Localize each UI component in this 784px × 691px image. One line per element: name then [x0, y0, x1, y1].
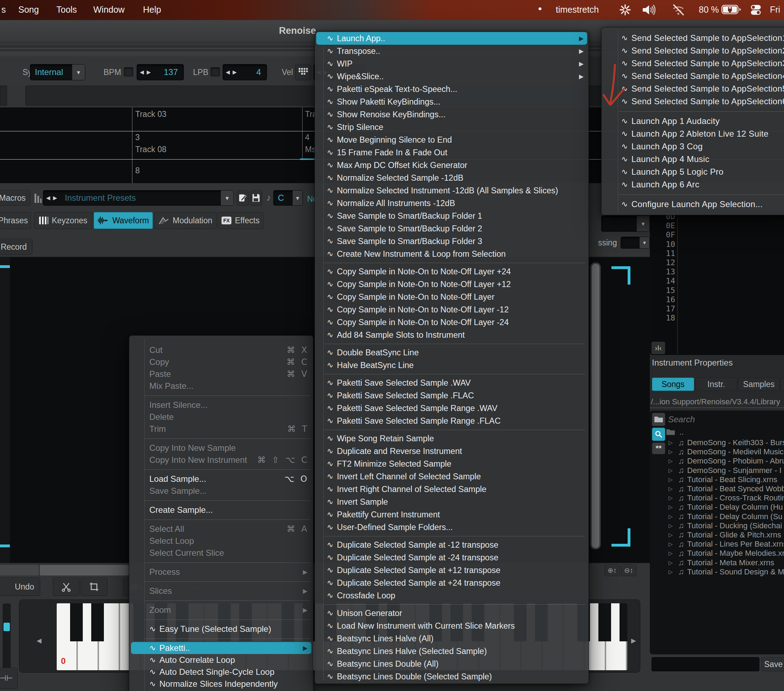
menu-item[interactable]: Mix Paste...	[129, 380, 313, 392]
sync-mode-dropdown[interactable]: Internal ▼	[30, 64, 85, 80]
sample-slot-row[interactable]: 18	[650, 313, 675, 322]
tab-instr[interactable]: Instr.	[695, 378, 737, 391]
expand-arrow-icon[interactable]: ▷	[666, 449, 675, 455]
parent-dir-row[interactable]: ..	[666, 428, 684, 437]
menu-item-window[interactable]: Window	[93, 5, 125, 15]
menu-item[interactable]: ∿ WIP ▶	[315, 58, 588, 70]
menu-item[interactable]: Process ▶	[129, 566, 313, 578]
script-menu-label[interactable]: timestretch	[556, 5, 599, 15]
menu-item[interactable]: Select All ⌘ A	[129, 523, 313, 535]
menu-item[interactable]: ∿ Launch App 4 Music	[601, 153, 784, 166]
menu-item[interactable]: ∿ Wipe&Slice.. ▶	[315, 70, 588, 83]
menu-item[interactable]: Insert Silence...	[129, 399, 313, 411]
menu-item[interactable]: Copy Into New Sample	[129, 442, 313, 454]
menu-item-help[interactable]: Help	[143, 5, 161, 15]
tab-phrases[interactable]: Phrases	[0, 212, 31, 229]
menu-item[interactable]: Select Loop	[129, 535, 313, 547]
step-right-icon[interactable]: ▶	[233, 69, 237, 76]
expand-arrow-icon[interactable]: ▷	[666, 504, 675, 510]
menu-item[interactable]: ∿ Duplicate Selected Sample at -24 trans…	[315, 551, 588, 564]
menu-item[interactable]: ∿ Duplicate and Reverse Instrument	[315, 445, 588, 457]
bpm-value[interactable]: 137	[164, 67, 178, 77]
lpb-link-checkbox[interactable]	[211, 67, 220, 76]
menu-item[interactable]: ∿ Normalize Selected Sample -12dB	[315, 171, 588, 184]
file-row[interactable]: ▷ ♫ Tutorial - Beat Synced Wobb	[666, 484, 784, 494]
menu-item[interactable]: Delete	[129, 411, 313, 423]
expand-arrow-icon[interactable]: ▷	[666, 550, 675, 556]
menu-item[interactable]: ∿ Crossfade Loop	[315, 589, 588, 602]
menu-item[interactable]: Copy Into New Instrument ⌘ ⇧ ⌥ C	[129, 454, 313, 466]
menu-item[interactable]: ∿ Copy Sample in Note-On to Note-Off Lay…	[315, 291, 588, 303]
file-row[interactable]: ▷ ♫ Tutorial - Sound Design & M	[666, 568, 784, 577]
menu-item[interactable]: ∿ Auto Detect Single-Cycle Loop	[129, 666, 313, 678]
menu-item[interactable]: ∿ Beatsync Lines Double (All)	[315, 658, 588, 670]
menu-item[interactable]: Select Current Slice	[129, 547, 313, 559]
menu-item[interactable]: ∿ Show Renoise KeyBindings...	[315, 108, 588, 121]
menu-item[interactable]: ∿ Show Paketti KeyBindings...	[315, 95, 588, 108]
menu-item[interactable]: ∿ Launch App 2 Ableton Live 12 Suite	[601, 127, 784, 140]
menu-item[interactable]: ∿ Beatsync Lines Halve (Selected Sample)	[315, 645, 588, 658]
file-row[interactable]: ▷ ♫ Tutorial - Lines Per Beat.xrns	[666, 540, 784, 549]
control-center-icon[interactable]	[749, 4, 762, 17]
sample-slot-row[interactable]: 13	[650, 267, 675, 276]
menu-item[interactable]: ∿ Paketti Save Selected Sample .WAV	[315, 377, 588, 389]
lpb-stepper[interactable]: ◀ ▶ 4	[222, 64, 267, 80]
menu-item[interactable]: ∿ Beatsync Lines Halve (All)	[315, 632, 588, 645]
menu-item[interactable]: Paste ⌘ V	[129, 368, 313, 380]
file-row[interactable]: ▷ ♫ DemoSong - Medievil Music	[666, 447, 784, 456]
search-input[interactable]	[668, 413, 781, 425]
dropdown-arrow-icon[interactable]: ▼	[637, 216, 649, 231]
root-note-dropdown[interactable]: C ▼	[273, 190, 303, 206]
menu-item[interactable]: ∿ Double BeatSync Line	[315, 346, 588, 359]
menu-item[interactable]: ∿ Normalize Slices Independently	[129, 678, 313, 690]
menu-item[interactable]: ∿ Invert Left Channel of Selected Sample	[315, 470, 588, 483]
octave-up-icon[interactable]: ▶	[631, 637, 636, 645]
menu-item[interactable]: ∿ Strip Silence	[315, 121, 588, 133]
menu-item[interactable]: ∿ Beatsync Lines Double (Selected Sample…	[315, 670, 588, 683]
sample-slot-row[interactable]: 0F	[650, 230, 675, 240]
menu-item[interactable]: ∿ Unison Generator	[315, 607, 588, 620]
menu-item-tools[interactable]: Tools	[56, 5, 77, 15]
save-preset-button[interactable]	[250, 190, 262, 206]
menu-item-song[interactable]: Song	[18, 5, 39, 15]
menu-item[interactable]: Zoom ▶	[129, 604, 313, 616]
dropdown-arrow-icon[interactable]: ▼	[293, 191, 303, 205]
menu-item[interactable]: ∿ Easy Tune (Selected Sample)	[129, 623, 313, 635]
menu-item[interactable]: Save Sample...	[129, 485, 313, 497]
volume-icon[interactable]	[642, 4, 657, 17]
center-view-button[interactable]: ›I‹	[651, 342, 665, 354]
file-row[interactable]: ▷ ♫ Tutorial - Meta Mixer.xrns	[666, 558, 784, 567]
step-left-icon[interactable]: ◀	[140, 69, 144, 76]
file-row[interactable]: ▷ ♫ Tutorial - Delay Column (Hu	[666, 503, 784, 512]
expand-arrow-icon[interactable]: ▷	[666, 439, 675, 446]
sample-slot-row[interactable]: 0E	[650, 221, 675, 230]
menu-item[interactable]: Copy ⌘ C	[129, 356, 313, 368]
expand-arrow-icon[interactable]: ▷	[666, 458, 675, 464]
zoom-in-button[interactable]: ⊕↕	[604, 564, 620, 576]
zoom-out-button[interactable]: ⊖↕	[621, 564, 636, 576]
sample-slot-row[interactable]: 15	[650, 286, 675, 295]
menu-item[interactable]: ∿ Duplicate Selected Sample at -12 trans…	[315, 538, 588, 551]
file-row[interactable]: ▷ ♫ Tutorial - Beat Slicing.xrns	[666, 475, 784, 484]
dropdown-arrow-icon[interactable]: ▼	[72, 64, 85, 80]
sample-slot-row[interactable]: 16	[650, 295, 675, 304]
lpb-value[interactable]: 4	[256, 67, 261, 77]
wildcard-button[interactable]: **	[652, 443, 665, 454]
menu-item[interactable]: ∿ Normalize All Instruments -12dB	[315, 197, 588, 209]
bpm-stepper[interactable]: ◀ ▶ 137	[137, 64, 184, 80]
menu-item[interactable]: ∿ Send Selected Sample to AppSelection5	[601, 82, 784, 95]
menu-item[interactable]: ∿ Paketti Save Selected Sample Range .WA…	[315, 402, 588, 415]
menu-item[interactable]: ∿ Copy Sample in Note-On to Note-Off Lay…	[315, 265, 588, 278]
menu-item[interactable]: ∿ Pakettify Current Instrument	[315, 508, 588, 521]
filename-input[interactable]	[652, 657, 759, 671]
menu-item[interactable]: ∿ Paketti eSpeak Text-to-Speech...	[315, 83, 588, 95]
macros-button[interactable]: Macros	[0, 190, 30, 206]
menu-item[interactable]: ∿ Launch App 3 Cog	[601, 140, 784, 153]
menu-item[interactable]: Cut ⌘ X	[129, 344, 313, 356]
processing-dropdown-fragment[interactable]: ▼	[621, 237, 650, 248]
tab-samples[interactable]: Samples	[738, 378, 780, 391]
file-row[interactable]: ▷ ♫ Tutorial - Delay Column (Su	[666, 512, 784, 521]
menu-item[interactable]: ∿ Load New Instrument with Current Slice…	[315, 620, 588, 632]
menu-item[interactable]: ∿ Launch App.. ▶	[316, 32, 587, 45]
battery-icon[interactable]	[721, 4, 742, 16]
